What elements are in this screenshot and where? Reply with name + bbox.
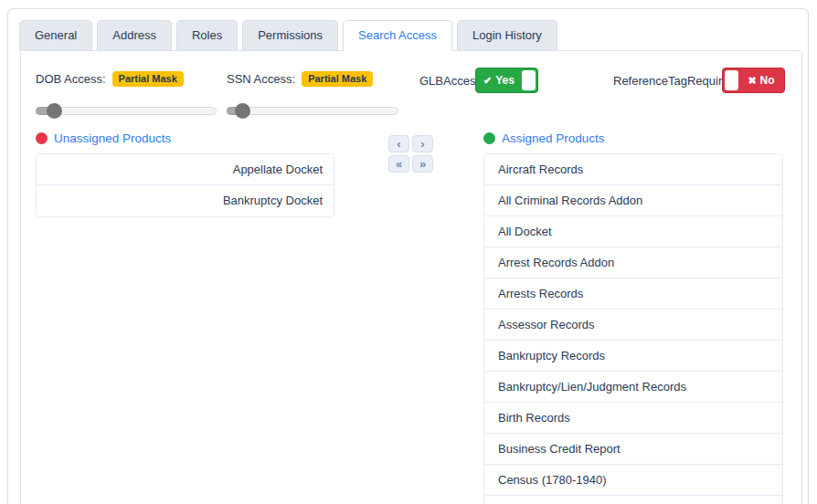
ssn-access-group: SSN Access: Partial Mask [227,69,398,119]
tab-login-history[interactable]: Login History [457,20,557,50]
ssn-access-badge: Partial Mask [302,71,373,87]
unassigned-products-header: Unassigned Products [36,131,171,145]
tab-address[interactable]: Address [97,20,172,50]
glb-access-label: GLBAccess [419,74,482,88]
unassigned-products-list: Appellate Docket Bankruptcy Docket [36,153,334,217]
dob-access-slider[interactable] [36,103,217,119]
check-icon: ✔ [483,75,492,87]
reference-tag-required-toggle[interactable]: ✖ No [722,68,785,93]
move-left-button[interactable]: ‹ [388,135,409,152]
assigned-products-header: Assigned Products [483,131,605,145]
list-item[interactable]: All Docket [484,216,782,247]
list-item[interactable]: Bankruptcy Records [484,341,782,372]
transfer-button-group: ‹ › « » [388,135,433,173]
slider-thumb[interactable] [47,103,62,119]
tab-bar: General Address Roles Permissions Search… [19,20,562,50]
list-item[interactable]: Aircraft Records [484,154,782,185]
tab-roles[interactable]: Roles [176,20,238,50]
tab-permissions[interactable]: Permissions [242,20,338,50]
slider-track [227,107,398,115]
list-item[interactable]: Business Credit Report [484,434,782,465]
reference-tag-toggle-value: No [760,74,775,87]
unassigned-products-title: Unassigned Products [54,131,171,145]
slider-track [36,107,217,115]
list-item[interactable]: Birth Records [484,403,782,434]
move-all-right-button[interactable]: » [412,155,433,173]
list-item[interactable]: Census (1780-1940) [484,465,782,496]
search-access-panel: DOB Access: Partial Mask SSN Access: Par… [20,50,802,504]
red-dot-icon [36,132,48,144]
slider-thumb[interactable] [235,103,250,119]
list-item[interactable]: Assessor Records [484,310,782,341]
user-settings-card: General Address Roles Permissions Search… [7,8,809,504]
ssn-access-label: SSN Access: [227,72,295,86]
tab-general[interactable]: General [19,20,92,50]
x-icon: ✖ [748,75,756,87]
list-item[interactable]: Bankruptcy Docket [37,185,334,216]
list-item[interactable]: Arrest Records Addon [484,247,782,278]
dob-access-label: DOB Access: [36,72,106,86]
list-item[interactable]: All Criminal Records Addon [484,185,782,216]
dob-access-group: DOB Access: Partial Mask [36,69,217,119]
glb-access-toggle[interactable]: ✔ Yes [475,68,538,93]
tab-search-access[interactable]: Search Access [343,20,452,51]
dob-access-badge: Partial Mask [112,71,184,87]
move-all-left-button[interactable]: « [388,155,409,173]
move-right-button[interactable]: › [412,135,433,152]
assigned-products-list: Aircraft Records All Criminal Records Ad… [483,153,783,504]
list-item[interactable]: Arrests Records [484,278,782,310]
assigned-products-title: Assigned Products [502,131,605,145]
toggle-knob [522,70,536,90]
list-item[interactable]: Appellate Docket [37,154,334,185]
ssn-access-slider[interactable] [227,103,398,119]
glb-toggle-value: Yes [495,74,515,87]
list-item[interactable]: Bankruptcy/Lien/Judgment Records [484,372,782,403]
green-dot-icon [483,132,495,144]
reference-tag-required-label: ReferenceTagRequired [613,74,736,88]
toggle-knob [725,70,738,90]
